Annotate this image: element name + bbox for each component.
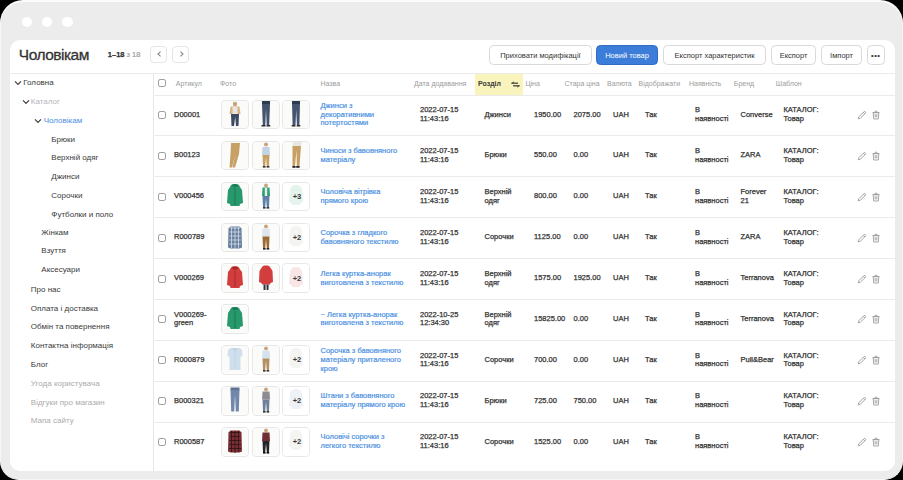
svg-text:+2: +2 bbox=[293, 355, 302, 364]
svg-text:+3: +3 bbox=[293, 192, 302, 201]
svg-text:+2: +2 bbox=[293, 437, 302, 446]
svg-text:+2: +2 bbox=[293, 274, 302, 283]
svg-text:+2: +2 bbox=[293, 233, 302, 242]
svg-text:+2: +2 bbox=[293, 396, 302, 405]
